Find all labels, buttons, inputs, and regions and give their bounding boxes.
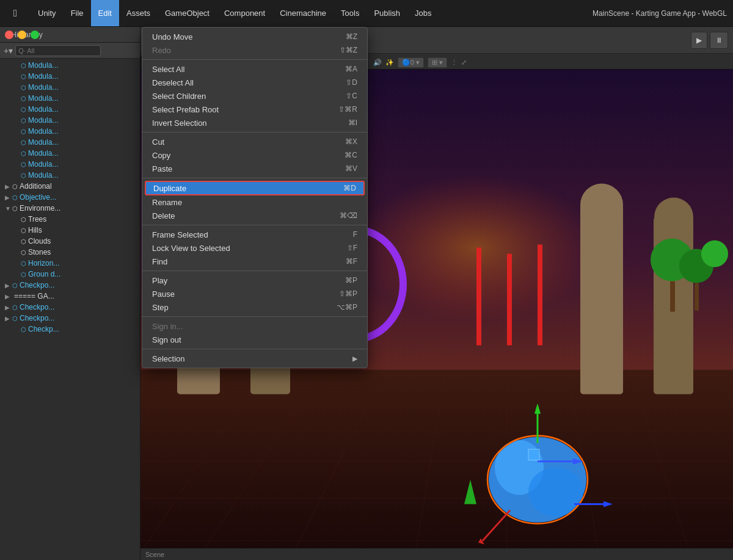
- frame-selected-shortcut: F: [353, 230, 357, 239]
- sign-out-item[interactable]: Sign out: [142, 333, 367, 346]
- menu-file[interactable]: File: [64, 0, 91, 26]
- hierarchy-item-8[interactable]: ⬡ Modula...: [0, 148, 140, 159]
- scene-status-bar: Scene: [140, 548, 733, 560]
- scene-title-bar: MainScene - Karting Game App - WebGL: [593, 9, 733, 18]
- audio-btn[interactable]: 🔊: [373, 59, 382, 67]
- select-children-shortcut: ⇧C: [346, 92, 357, 100]
- select-all-item[interactable]: Select All ⌘A: [142, 62, 367, 76]
- lock-view-shortcut: ⇧F: [347, 244, 357, 252]
- hierarchy-item-1[interactable]: ⬡ Modula...: [0, 71, 140, 82]
- select-all-label: Select All: [152, 65, 184, 74]
- invert-selection-label: Invert Selection: [152, 118, 207, 128]
- copy-item[interactable]: Copy ⌘C: [142, 148, 367, 162]
- svg-rect-21: [580, 205, 623, 395]
- maximize-button[interactable]: [31, 31, 39, 39]
- scene-title: MainScene - Karting Game App - WebGL: [593, 9, 727, 18]
- sep-2: [142, 132, 367, 133]
- deselect-all-shortcut: ⇧D: [346, 78, 357, 87]
- menu-gameobject[interactable]: GameObject: [158, 0, 217, 26]
- hierarchy-item-21[interactable]: ▶ ===== GA...: [0, 291, 140, 302]
- menu-assets[interactable]: Assets: [119, 0, 158, 26]
- hierarchy-item-4[interactable]: ⬡ Modula...: [0, 104, 140, 115]
- fx-btn[interactable]: ✨: [385, 59, 394, 67]
- hierarchy-item-19[interactable]: ⬡ Groun d...: [0, 269, 140, 280]
- select-prefab-root-item[interactable]: Select Prefab Root ⇧⌘R: [142, 103, 367, 116]
- hierarchy-item-2[interactable]: ⬡ Modula...: [0, 82, 140, 93]
- hierarchy-item-11[interactable]: ▶⬡ Additional: [0, 181, 140, 192]
- lock-view-item[interactable]: Lock View to Selected ⇧F: [142, 241, 367, 255]
- menu-publish[interactable]: Publish: [366, 0, 407, 26]
- menu-cinemachine[interactable]: Cinemachine: [272, 0, 334, 26]
- hierarchy-item-0[interactable]: ⬡ Modula...: [0, 60, 140, 71]
- frame-selected-item[interactable]: Frame Selected F: [142, 228, 367, 241]
- menu-tools[interactable]: Tools: [334, 0, 366, 26]
- find-item[interactable]: Find ⌘F: [142, 255, 367, 268]
- hierarchy-item-6[interactable]: ⬡ Modula...: [0, 126, 140, 137]
- step-label: Step: [152, 303, 169, 312]
- undo-item[interactable]: Undo Move ⌘Z: [142, 30, 367, 43]
- play-btn[interactable]: ▶: [691, 32, 707, 49]
- hierarchy-search-bar: +▾: [0, 43, 140, 59]
- sign-in-label: Sign in...: [152, 322, 183, 331]
- close-button[interactable]: [5, 31, 13, 39]
- hierarchy-item-15[interactable]: ⬡ Hills: [0, 225, 140, 236]
- search-input[interactable]: [15, 45, 101, 56]
- add-button[interactable]: +▾: [4, 46, 13, 56]
- menu-edit[interactable]: Edit: [91, 0, 119, 26]
- menu-unity[interactable]: Unity: [31, 0, 64, 26]
- pause-btn[interactable]: ⏸: [710, 32, 728, 49]
- hierarchy-item-16[interactable]: ⬡ Clouds: [0, 236, 140, 247]
- find-label: Find: [152, 257, 167, 266]
- hierarchy-item-9[interactable]: ⬡ Modula...: [0, 159, 140, 170]
- sep-3: [142, 178, 367, 178]
- select-children-item[interactable]: Select Children ⇧C: [142, 89, 367, 103]
- hierarchy-item-13[interactable]: ▼⬡ Environme...: [0, 203, 140, 214]
- duplicate-item[interactable]: Duplicate ⌘D: [145, 181, 365, 195]
- sep-1: [142, 59, 367, 60]
- paste-item[interactable]: Paste ⌘V: [142, 162, 367, 175]
- duplicate-shortcut: ⌘D: [343, 184, 356, 192]
- svg-point-22: [580, 184, 623, 227]
- gizmos-btn[interactable]: ⊞ ▾: [428, 57, 447, 68]
- pause-item[interactable]: Pause ⇧⌘P: [142, 287, 367, 300]
- select-all-shortcut: ⌘A: [345, 65, 357, 73]
- paste-shortcut: ⌘V: [345, 164, 357, 173]
- layers-btn[interactable]: 🔵0 ▾: [398, 57, 424, 68]
- copy-shortcut: ⌘C: [345, 151, 357, 159]
- lock-view-label: Lock View to Selected: [152, 244, 230, 253]
- deselect-all-item[interactable]: Deselect All ⇧D: [142, 76, 367, 89]
- hierarchy-item-5[interactable]: ⬡ Modula...: [0, 115, 140, 126]
- cut-item[interactable]: Cut ⌘X: [142, 135, 367, 148]
- hierarchy-item-20[interactable]: ▶⬡ Checkpo...: [0, 280, 140, 291]
- frame-selected-label: Frame Selected: [152, 230, 208, 239]
- hierarchy-item-23[interactable]: ▶⬡ Checkpo...: [0, 313, 140, 324]
- rename-item[interactable]: Rename: [142, 195, 367, 209]
- hierarchy-item-3[interactable]: ⬡ Modula...: [0, 93, 140, 104]
- fullscreen-btn[interactable]: ⤢: [461, 59, 467, 67]
- sep-5: [142, 271, 367, 271]
- step-item[interactable]: Step ⌥⌘P: [142, 300, 367, 314]
- invert-selection-item[interactable]: Invert Selection ⌘I: [142, 116, 367, 129]
- more-btn[interactable]: ⋮: [451, 59, 458, 67]
- apple-menu[interactable]: : [0, 8, 31, 19]
- hierarchy-item-7[interactable]: ⬡ Modula...: [0, 137, 140, 148]
- svg-point-28: [701, 241, 728, 267]
- hierarchy-item-14[interactable]: ⬡ Trees: [0, 214, 140, 225]
- hierarchy-item-18[interactable]: ⬡ Horizon...: [0, 258, 140, 269]
- hierarchy-item-24[interactable]: ⬡ Checkp...: [0, 324, 140, 335]
- menu-component[interactable]: Component: [217, 0, 272, 26]
- play-item[interactable]: Play ⌘P: [142, 274, 367, 287]
- hierarchy-item-22[interactable]: ▶⬡ Checkpo...: [0, 302, 140, 313]
- hierarchy-item-12[interactable]: ▶⬡ Objective...: [0, 192, 140, 203]
- selection-item[interactable]: Selection ▶: [142, 352, 367, 365]
- selection-label: Selection: [152, 354, 184, 363]
- hierarchy-item-10[interactable]: ⬡ Modula...: [0, 170, 140, 181]
- minimize-button[interactable]: [18, 31, 26, 39]
- invert-selection-shortcut: ⌘I: [348, 118, 357, 127]
- menu-jobs[interactable]: Jobs: [407, 0, 439, 26]
- duplicate-label: Duplicate: [153, 184, 186, 193]
- delete-item[interactable]: Delete ⌘⌫: [142, 209, 367, 222]
- hierarchy-item-17[interactable]: ⬡ Stones: [0, 247, 140, 258]
- rename-label: Rename: [152, 198, 182, 207]
- selection-arrow: ▶: [352, 355, 357, 363]
